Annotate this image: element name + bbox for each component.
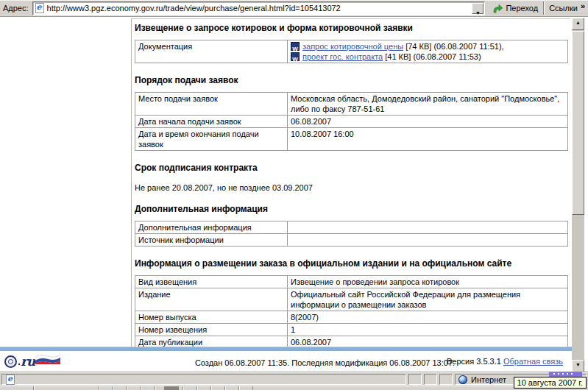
- row-value: Московская область, Домодедовский район,…: [288, 93, 568, 116]
- publication-heading: Информация о размещении заказа в официал…: [135, 258, 568, 269]
- date-tooltip: 10 августа 2007 г.: [514, 377, 587, 389]
- document-link[interactable]: запрос котировочной цены: [302, 42, 403, 51]
- logo-dot: [18, 364, 20, 365]
- ie-page-icon: [35, 3, 44, 13]
- table-row: Документация запрос котировочной цены [7…: [135, 40, 568, 63]
- table-row: Источник информации: [135, 234, 568, 247]
- row-value: запрос котировочной цены [74 КВ] (06.08.…: [288, 40, 568, 63]
- ie-page-icon: [6, 375, 15, 385]
- row-value: 1: [288, 324, 568, 336]
- document-line: проект гос. контракта [41 КВ] (06.08.200…: [291, 52, 564, 62]
- go-button-label: Переход: [506, 4, 538, 13]
- documentation-table: Документация запрос котировочной цены [7…: [135, 40, 568, 63]
- version-line: Версия 3.5.3.1 Обратная связь: [447, 357, 563, 366]
- links-button-label: Ссылки: [549, 4, 578, 13]
- ministry-emblem-icon: [4, 355, 17, 368]
- status-zone-label: Интернет: [471, 375, 506, 384]
- footer-divider-bar: [0, 347, 572, 351]
- table-row: Вид извещения Извещение о проведении зап…: [135, 276, 568, 288]
- row-label: Место подачи заявок: [135, 93, 288, 116]
- ministry-logo: ru: [4, 353, 60, 369]
- toolbar-separator: [543, 1, 545, 15]
- table-row: Место подачи заявок Московская область, …: [135, 93, 568, 116]
- table-row: Дата начала подачи заявок 06.08.2007: [135, 116, 568, 128]
- tray-dots-icon: [553, 373, 555, 375]
- additional-info-table: Дополнительная информация Источник инфор…: [135, 221, 568, 247]
- address-label: Адрес:: [0, 4, 32, 13]
- document-link[interactable]: проект гос. контракта: [302, 52, 383, 61]
- chevron-overflow-icon: »: [581, 1, 585, 10]
- address-input[interactable]: http://www3.pgz.economy.gov.ru/trade/vie…: [32, 1, 486, 15]
- publication-table: Вид извещения Извещение о проведении зап…: [135, 275, 568, 349]
- row-label: Источник информации: [135, 234, 288, 247]
- order-table: Место подачи заявок Московская область, …: [135, 92, 568, 151]
- taskbar-strip: [0, 386, 588, 390]
- contract-period-text: Не ранее 20.08.2007, но не позднее 03.09…: [135, 183, 568, 192]
- row-label: Вид извещения: [135, 276, 288, 288]
- logo-text: ru: [21, 354, 35, 369]
- word-doc-icon: [291, 52, 300, 61]
- table-row: Дата и время окончания подачи заявок 10.…: [135, 128, 568, 151]
- status-pane: [408, 374, 422, 385]
- row-label: Номер извещения: [135, 324, 288, 336]
- word-doc-icon: [291, 42, 300, 51]
- left-column-divider: [131, 18, 132, 347]
- row-value: [288, 234, 568, 247]
- go-button[interactable]: Переход: [488, 2, 542, 15]
- page-content: Извещение о запросе котировок и форма ко…: [135, 19, 568, 367]
- table-row: Номер извещения 1: [135, 324, 568, 336]
- feedback-link[interactable]: Обратная связь: [503, 357, 563, 366]
- page-viewport: Извещение о запросе котировок и форма ко…: [0, 18, 588, 372]
- row-label: Издание: [135, 288, 288, 311]
- status-pane: [424, 374, 437, 385]
- row-label: Дополнительная информация: [135, 221, 288, 234]
- document-meta: [41 КВ] (06.08.2007 11:53): [383, 52, 481, 61]
- taskbar-active-button: [164, 386, 179, 390]
- table-row: Издание Официальный сайт Российской Феде…: [135, 288, 568, 311]
- row-label: Номер выпуска: [135, 311, 288, 324]
- address-dropdown-button[interactable]: [472, 3, 483, 14]
- row-label: Дата и время окончания подачи заявок: [135, 128, 288, 151]
- table-row: Дополнительная информация: [135, 221, 568, 234]
- row-value: 10.08.2007 16:00: [288, 128, 568, 151]
- row-label: Дата начала подачи заявок: [135, 116, 288, 128]
- row-value: [288, 221, 568, 234]
- document-meta: [74 КВ] (06.08.2007 11:51),: [403, 42, 503, 51]
- scroll-up-button[interactable]: [572, 18, 584, 30]
- links-button[interactable]: Ссылки »: [546, 2, 588, 14]
- russian-flag-icon: [35, 355, 60, 364]
- row-value: 06.08.2007: [288, 116, 568, 128]
- address-url-text: http://www3.pgz.economy.gov.ru/trade/vie…: [47, 4, 341, 13]
- status-bar: Интернет: [0, 372, 588, 386]
- scrollbar-thumb[interactable]: [572, 31, 584, 215]
- table-row: Номер выпуска 8(2007): [135, 311, 568, 324]
- document-line: запрос котировочной цены [74 КВ] (06.08.…: [291, 41, 564, 52]
- row-value: Извещение о проведении запроса котировок: [288, 276, 568, 288]
- scroll-down-button[interactable]: [572, 360, 584, 372]
- row-label: Документация: [135, 40, 288, 63]
- additional-heading: Дополнительная информация: [135, 204, 568, 214]
- internet-globe-icon: [458, 375, 467, 384]
- version-label: Версия 3.5.3.1: [447, 357, 501, 366]
- go-arrow-icon: [492, 4, 503, 13]
- notice-heading: Извещение о запросе котировок и форма ко…: [135, 23, 568, 33]
- order-heading: Порядок подачи заявок: [135, 75, 568, 85]
- status-main-pane: [1, 374, 406, 385]
- row-value: 8(2007): [288, 311, 568, 324]
- row-value: Официальный сайт Российской Федерации дл…: [288, 288, 568, 311]
- address-bar: Адрес: http://www3.pgz.economy.gov.ru/tr…: [0, 0, 588, 17]
- taskbar-divider: [33, 386, 35, 390]
- contract-heading: Срок подписания контракта: [135, 163, 568, 173]
- status-pane: [439, 374, 453, 385]
- vertical-scrollbar[interactable]: [572, 18, 584, 372]
